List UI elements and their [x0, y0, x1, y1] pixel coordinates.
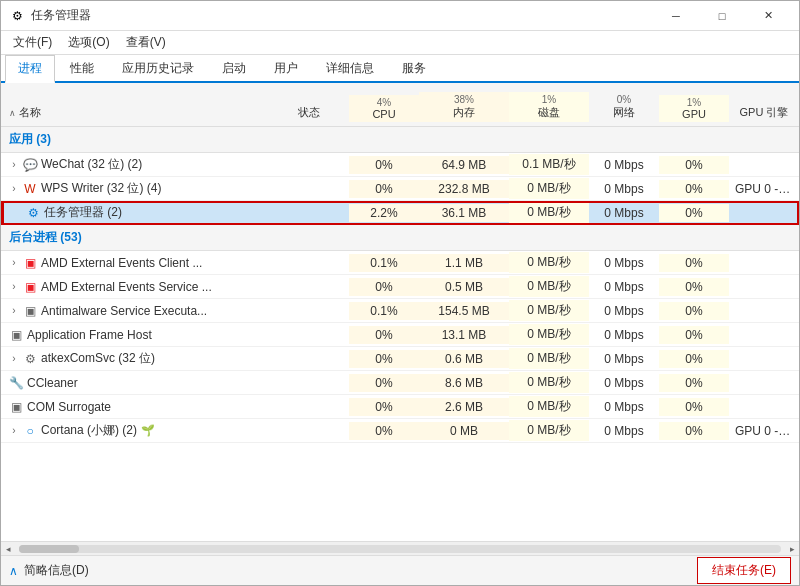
process-cpu: 0% — [349, 326, 419, 344]
table-body[interactable]: 应用 (3) › 💬 WeChat (32 位) (2) 0% 64.9 MB … — [1, 127, 799, 541]
task-manager-window: ⚙ 任务管理器 ─ □ ✕ 文件(F) 选项(O) 查看(V) 进程 性能 应用… — [0, 0, 800, 586]
process-gpu: 0% — [659, 204, 729, 222]
process-disk: 0.1 MB/秒 — [509, 154, 589, 175]
table-row[interactable]: ▣ COM Surrogate 0% 2.6 MB 0 MB/秒 0 Mbps … — [1, 395, 799, 419]
table-row[interactable]: › ▣ AMD External Events Service ... 0% 0… — [1, 275, 799, 299]
process-status — [269, 405, 349, 409]
process-status — [269, 381, 349, 385]
tab-app-history[interactable]: 应用历史记录 — [109, 55, 207, 81]
process-name: › 💬 WeChat (32 位) (2) — [1, 154, 269, 175]
section-background[interactable]: 后台进程 (53) — [1, 225, 799, 251]
tab-performance[interactable]: 性能 — [57, 55, 107, 81]
app-icon: ⚙ — [23, 352, 37, 366]
col-gpu[interactable]: 1% GPU — [659, 95, 729, 122]
plant-indicator-icon: 🌱 — [141, 424, 155, 437]
menu-file[interactable]: 文件(F) — [5, 31, 60, 54]
process-status — [269, 333, 349, 337]
process-disk: 0 MB/秒 — [509, 372, 589, 393]
process-status — [269, 261, 349, 265]
tab-details[interactable]: 详细信息 — [313, 55, 387, 81]
tab-services[interactable]: 服务 — [389, 55, 439, 81]
table-row[interactable]: › ⚙ atkexComSvc (32 位) 0% 0.6 MB 0 MB/秒 … — [1, 347, 799, 371]
process-network: 0 Mbps — [589, 254, 659, 272]
process-network: 0 Mbps — [589, 204, 659, 222]
table-row[interactable]: › W WPS Writer (32 位) (4) 0% 232.8 MB 0 … — [1, 177, 799, 201]
scroll-track — [19, 545, 781, 553]
table-row[interactable]: › ▣ AMD External Events Client ... 0.1% … — [1, 251, 799, 275]
wechat-icon: 💬 — [23, 158, 37, 172]
process-memory: 36.1 MB — [419, 204, 509, 222]
status-bar: ∧ 简略信息(D) 结束任务(E) — [1, 555, 799, 585]
process-memory: 8.6 MB — [419, 374, 509, 392]
process-cpu: 0.1% — [349, 302, 419, 320]
col-gpu-engine[interactable]: GPU 引擎 — [729, 103, 799, 122]
process-memory: 154.5 MB — [419, 302, 509, 320]
scroll-right-arrow[interactable]: ▸ — [785, 542, 799, 556]
table-row[interactable]: › ▣ Antimalware Service Executa... 0.1% … — [1, 299, 799, 323]
status-info-label[interactable]: 简略信息(D) — [24, 562, 89, 579]
process-gpu-engine — [729, 211, 799, 215]
process-disk: 0 MB/秒 — [509, 178, 589, 199]
process-gpu: 0% — [659, 422, 729, 440]
scroll-thumb[interactable] — [19, 545, 79, 553]
end-task-button[interactable]: 结束任务(E) — [697, 557, 791, 584]
section-apps[interactable]: 应用 (3) — [1, 127, 799, 153]
process-memory: 13.1 MB — [419, 326, 509, 344]
process-network: 0 Mbps — [589, 326, 659, 344]
table-row[interactable]: ⚙ 任务管理器 (2) 2.2% 36.1 MB 0 MB/秒 0 Mbps 0… — [1, 201, 799, 225]
process-name: ▣ COM Surrogate — [1, 398, 269, 416]
close-button[interactable]: ✕ — [745, 1, 791, 31]
process-network: 0 Mbps — [589, 156, 659, 174]
process-gpu: 0% — [659, 180, 729, 198]
process-memory: 232.8 MB — [419, 180, 509, 198]
process-network: 0 Mbps — [589, 278, 659, 296]
horizontal-scrollbar[interactable]: ◂ ▸ — [1, 541, 799, 555]
process-gpu-engine — [729, 261, 799, 265]
table-row[interactable]: ▣ Application Frame Host 0% 13.1 MB 0 MB… — [1, 323, 799, 347]
window-title: 任务管理器 — [31, 7, 91, 24]
process-cpu: 0% — [349, 398, 419, 416]
process-status — [269, 309, 349, 313]
tab-users[interactable]: 用户 — [261, 55, 311, 81]
process-network: 0 Mbps — [589, 302, 659, 320]
table-row[interactable]: 🔧 CCleaner 0% 8.6 MB 0 MB/秒 0 Mbps 0% — [1, 371, 799, 395]
maximize-button[interactable]: □ — [699, 1, 745, 31]
minimize-button[interactable]: ─ — [653, 1, 699, 31]
process-gpu-engine — [729, 309, 799, 313]
process-network: 0 Mbps — [589, 398, 659, 416]
tab-processes[interactable]: 进程 — [5, 55, 55, 83]
process-gpu: 0% — [659, 398, 729, 416]
taskmgr-icon: ⚙ — [26, 206, 40, 220]
col-status[interactable]: 状态 — [269, 103, 349, 122]
menu-view[interactable]: 查看(V) — [118, 31, 174, 54]
amd-icon: ▣ — [23, 256, 37, 270]
process-memory: 2.6 MB — [419, 398, 509, 416]
process-gpu: 0% — [659, 156, 729, 174]
table-row[interactable]: › ○ Cortana (小娜) (2) 🌱 0% 0 MB 0 MB/秒 0 … — [1, 419, 799, 443]
wps-icon: W — [23, 182, 37, 196]
process-name: 🔧 CCleaner — [1, 374, 269, 392]
tab-startup[interactable]: 启动 — [209, 55, 259, 81]
col-disk[interactable]: 1% 磁盘 — [509, 92, 589, 122]
col-name[interactable]: ∧ 名称 — [1, 103, 269, 122]
process-name: › ⚙ atkexComSvc (32 位) — [1, 348, 269, 369]
process-name: › ▣ AMD External Events Client ... — [1, 254, 269, 272]
col-cpu[interactable]: 4% CPU — [349, 95, 419, 122]
process-name: ▣ Application Frame Host — [1, 326, 269, 344]
process-name: › ○ Cortana (小娜) (2) 🌱 — [1, 420, 269, 441]
scroll-left-arrow[interactable]: ◂ — [1, 542, 15, 556]
process-gpu: 0% — [659, 302, 729, 320]
section-background-title: 后台进程 (53) — [1, 229, 269, 246]
col-network[interactable]: 0% 网络 — [589, 92, 659, 122]
table-row[interactable]: › 💬 WeChat (32 位) (2) 0% 64.9 MB 0.1 MB/… — [1, 153, 799, 177]
ccleaner-icon: 🔧 — [9, 376, 23, 390]
col-memory[interactable]: 38% 内存 — [419, 92, 509, 122]
process-disk: 0 MB/秒 — [509, 324, 589, 345]
process-name: › ▣ AMD External Events Service ... — [1, 278, 269, 296]
menu-options[interactable]: 选项(O) — [60, 31, 117, 54]
process-gpu-engine — [729, 163, 799, 167]
process-cpu: 0% — [349, 374, 419, 392]
process-cpu: 0% — [349, 156, 419, 174]
process-status — [269, 285, 349, 289]
window-controls: ─ □ ✕ — [653, 1, 791, 31]
